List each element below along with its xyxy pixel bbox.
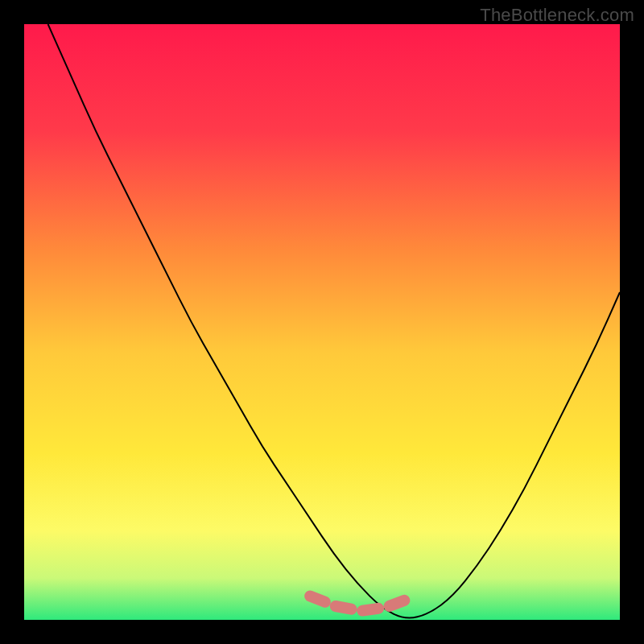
gradient-background (24, 24, 620, 620)
plot-area (24, 24, 620, 620)
watermark-text: TheBottleneck.com (480, 5, 634, 26)
bottleneck-curve-chart (24, 24, 620, 620)
chart-frame: TheBottleneck.com (0, 0, 644, 644)
